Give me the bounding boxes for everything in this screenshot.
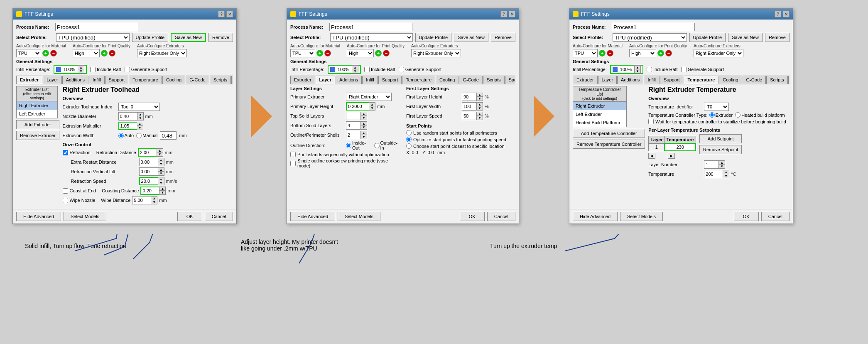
remove-temp-controller-btn[interactable]: Remove Temperature Controller (573, 140, 645, 149)
tab-gcode-2[interactable]: G-Code (459, 76, 483, 84)
wipe-dist-input[interactable] (132, 196, 151, 204)
save-new-btn-1[interactable]: Save as New (171, 33, 206, 42)
tab-extruder-2[interactable]: Extruder (290, 76, 315, 84)
tab-temperature-3[interactable]: Temperature (684, 76, 718, 84)
tab-cooling-1[interactable]: Cooling (162, 76, 185, 84)
temp-item-left-extruder[interactable]: Left Extruder (573, 110, 626, 118)
tab-extruder-1[interactable]: Extruder (16, 76, 42, 84)
include-raft-checkbox-1[interactable] (90, 67, 96, 72)
tab-gcode-1[interactable]: G-Code (186, 76, 209, 84)
start-closest-radio[interactable] (406, 143, 412, 149)
generate-support-checkbox-3[interactable] (681, 67, 687, 72)
process-name-input-2[interactable] (329, 23, 412, 31)
tab-layer-1[interactable]: Layer (43, 76, 62, 84)
cancel-btn-2[interactable]: Cancel (487, 212, 515, 221)
tab-additions-1[interactable]: Additions (62, 76, 88, 84)
infill-spinner-3[interactable]: ▲ ▼ (634, 65, 641, 74)
tab-gcode-3[interactable]: G-Code (743, 76, 766, 84)
hide-advanced-btn-1[interactable]: Hide Advanced (16, 212, 61, 221)
tab-scripts-3[interactable]: Scripts (766, 76, 788, 84)
quality-add-btn[interactable]: + (101, 50, 108, 57)
infill-up-1[interactable]: ▲ (78, 66, 84, 69)
tab-temperature-2[interactable]: Temperature (402, 76, 435, 84)
layer-number-input[interactable] (704, 160, 718, 169)
outside-in-radio[interactable] (374, 143, 380, 148)
ret-vertical-input[interactable] (139, 167, 158, 176)
material-remove-btn-2[interactable]: − (324, 50, 331, 57)
fl-width-input[interactable] (462, 102, 476, 111)
tab-layer-3[interactable]: Layer (598, 76, 617, 84)
inside-out-radio[interactable] (346, 143, 351, 148)
process-name-input-3[interactable] (612, 23, 695, 31)
extruder-item-left[interactable]: Left Extruder (17, 110, 57, 118)
quality-remove-btn[interactable]: − (109, 50, 115, 57)
extrusion-mult-input[interactable] (118, 122, 137, 130)
nozzle-spin-btns[interactable]: ▲ ▼ (137, 112, 144, 120)
material-add-btn[interactable]: + (42, 50, 49, 57)
tab-cooling-2[interactable]: Cooling (436, 76, 459, 84)
scroll-left-btn[interactable]: ◀ (648, 153, 655, 159)
help-btn-2[interactable]: ? (500, 11, 507, 17)
help-btn-1[interactable]: ? (218, 11, 225, 17)
ok-btn-3[interactable]: OK (734, 212, 759, 221)
select-models-btn-3[interactable]: Select Models (620, 212, 663, 221)
help-btn-3[interactable]: ? (775, 11, 781, 17)
start-optimize-radio[interactable] (406, 137, 412, 142)
ok-btn-2[interactable]: OK (460, 212, 485, 221)
remove-btn-3[interactable]: Remove (765, 33, 790, 42)
temp-item-right-extruder[interactable]: Right Extruder (573, 102, 626, 110)
retraction-checkbox[interactable] (63, 150, 68, 155)
remove-extruder-btn[interactable]: Remove Extruder (16, 131, 59, 140)
add-setpoint-btn[interactable]: Add Setpoint (699, 134, 742, 143)
temperature-input[interactable] (704, 170, 723, 178)
layer-height-input[interactable] (346, 102, 369, 111)
close-btn-2[interactable]: ✕ (509, 11, 515, 17)
primary-extruder-select[interactable]: Right Extruder (346, 93, 392, 101)
select-models-btn-1[interactable]: Select Models (64, 212, 106, 221)
extrusion-width-input[interactable] (160, 131, 177, 140)
auto-radio[interactable] (118, 133, 124, 138)
material-remove-btn[interactable]: − (50, 50, 57, 57)
manual-radio[interactable] (136, 133, 142, 138)
tab-infill-1[interactable]: Infill (89, 76, 105, 84)
print-islands-checkbox[interactable] (290, 152, 296, 157)
profile-select[interactable]: TPU (modified) (56, 33, 130, 42)
material-add-btn-2[interactable]: + (316, 50, 323, 57)
close-btn-3[interactable]: ✕ (783, 11, 790, 17)
material-select-2[interactable]: TPU (290, 49, 315, 57)
add-temp-controller-btn[interactable]: Add Temperature Controller (573, 129, 645, 138)
tab-extruder-3[interactable]: Extruder (573, 76, 598, 84)
update-profile-btn-3[interactable]: Update Profile (689, 33, 726, 42)
profile-select-2[interactable]: TPU (modified) (330, 33, 413, 42)
fl-height-input[interactable] (462, 93, 476, 101)
wipe-checkbox[interactable] (63, 198, 68, 203)
quality-select-3[interactable]: High (629, 49, 656, 57)
temp-item-heated-platform[interactable]: Heated Build Platform (573, 118, 626, 127)
scroll-right-btn[interactable]: ▶ (668, 153, 675, 159)
extruder-item-right[interactable]: Right Extruder (17, 101, 57, 110)
remove-btn-2[interactable]: Remove (491, 33, 515, 42)
extruder-radio[interactable] (709, 112, 715, 118)
start-random-radio[interactable] (406, 130, 412, 135)
update-profile-btn[interactable]: Update Profile (132, 33, 169, 42)
extrusion-mult-spin[interactable]: ▲ ▼ (137, 122, 143, 130)
remove-setpoint-btn[interactable]: Remove Setpoint (699, 145, 742, 154)
quality-select-2[interactable]: High (347, 49, 374, 57)
generate-support-checkbox-2[interactable] (399, 67, 404, 72)
tab-infill-3[interactable]: Infill (644, 76, 660, 84)
coast-checkbox[interactable] (63, 188, 68, 194)
infill-spinner-2[interactable]: ▲ ▼ (352, 65, 358, 74)
coast-dist-input[interactable] (140, 187, 159, 195)
toolhead-select[interactable]: Tool 0 (118, 103, 160, 111)
quality-remove-btn-2[interactable]: − (383, 50, 390, 57)
nozzle-input[interactable] (118, 112, 137, 120)
include-raft-checkbox-3[interactable] (647, 67, 652, 72)
cancel-btn-1[interactable]: Cancel (205, 212, 233, 221)
temp-id-select[interactable]: T0 (704, 103, 729, 111)
quality-remove-btn-3[interactable]: − (665, 50, 672, 57)
tab-speed-2[interactable]: Spee... (505, 76, 515, 84)
ret-dist-input[interactable] (138, 148, 157, 157)
hide-advanced-btn-2[interactable]: Hide Advanced (290, 212, 335, 221)
generate-support-checkbox-1[interactable] (125, 67, 130, 72)
material-remove-btn-3[interactable]: − (607, 50, 613, 57)
